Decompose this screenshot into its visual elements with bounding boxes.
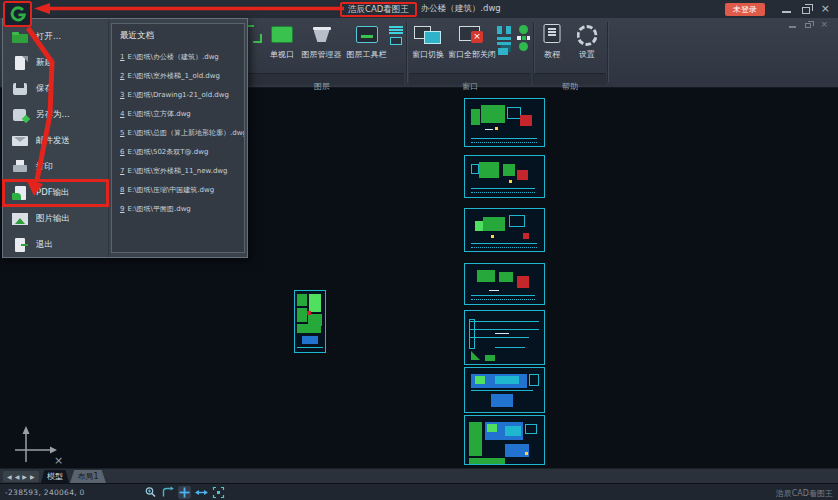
window-switch-icon [408,22,448,46]
cad-frame-2 [464,155,545,198]
app-menu-button[interactable] [3,1,32,27]
file-menu-panel: 打开... 新建 保存 另存为... 邮件发送 打印 PDF输出 [2,18,248,258]
ribbon-separator [607,22,608,82]
menu-item-image-export[interactable]: 图片输出 [3,206,108,232]
cad-frame-1 [464,98,545,147]
tile-horizontal-icon [497,37,511,45]
recent-file[interactable]: 5E:\图纸\总图（算上新地形轮廓）.dwg [112,123,244,142]
layer-bucket-icon [299,22,344,46]
ribbon-separator [406,22,407,82]
envelope-icon [12,134,29,148]
recent-file[interactable]: 7E:\图纸\室外楼梯_11_new.dwg [112,161,244,180]
menu-item-exit[interactable]: 退出 [3,232,108,258]
prev-tab-icon[interactable]: ◀ [15,471,20,482]
last-tab-icon[interactable]: ▶ [30,471,35,482]
green-badge-icon [519,25,528,34]
arrange-icon [517,36,530,40]
menu-item-save-as[interactable]: 另存为... [3,102,108,128]
status-bar: -238593, 240064, 0 [0,483,838,500]
doc-close-icon[interactable]: × [820,19,828,29]
ribbon-group-window: 窗口 [409,73,531,85]
doc-restore-icon[interactable] [805,23,811,28]
save-as-icon [12,108,29,122]
save-floppy-icon [12,82,29,96]
recent-file[interactable]: 1E:\图纸\办公楼（建筑）.dwg [112,47,244,66]
recent-documents-panel: 最近文档 1E:\图纸\办公楼（建筑）.dwg2E:\图纸\室外楼梯_1_old… [111,23,245,253]
green-badge-icon [519,42,528,51]
tile-vertical-icon [497,26,511,34]
cad-frame-4 [464,263,545,305]
layer-mini-tools[interactable] [389,24,403,46]
recent-file[interactable]: 9E:\图纸\平面图.dwg [112,199,244,218]
app-window: × 浩辰CAD看图王 办公楼（建筑）.dwg 未登录 × × 单视口 图层管理器 [0,0,838,500]
layer-list-icon [389,26,403,34]
pdf-export-icon [12,186,29,200]
menu-item-save[interactable]: 保存 [3,76,108,102]
gear-icon [569,22,605,46]
brand-watermark: 浩辰CAD看图王 [776,488,833,499]
window-title: 浩辰CAD看图王 办公楼（建筑）.dwg [340,1,501,17]
recent-file[interactable]: 6E:\图纸\502条双T@.dwg [112,142,244,161]
move-view-icon[interactable] [195,486,208,499]
new-file-icon [12,56,29,70]
layer-manager-button[interactable]: 图层管理器 [299,22,344,70]
login-button[interactable]: 未登录 [725,3,765,16]
cursor-coordinates: -238593, 240064, 0 [5,488,85,497]
tutorial-document-icon [535,22,569,46]
title-document-name: 办公楼（建筑）.dwg [421,3,501,15]
zoom-extents-icon[interactable] [212,486,225,499]
menu-item-print[interactable]: 打印 [3,154,108,180]
close-icon[interactable]: × [821,3,830,15]
viewport-icon [264,22,300,46]
restore-icon[interactable] [802,7,810,14]
cad-frame-6 [464,367,545,413]
ribbon-group-layer: 图层 [240,73,404,85]
close-all-windows-icon [447,22,497,46]
recent-file[interactable]: 4E:\图纸\立方体.dwg [112,104,244,123]
exit-icon [12,238,29,252]
svg-text:×: × [54,454,63,467]
settings-button[interactable]: 设置 [569,22,605,70]
ucs-axis-icon: × [10,422,66,468]
image-export-icon [12,212,29,226]
single-viewport-button[interactable]: 单视口 [264,22,300,70]
recent-documents-header: 最近文档 [112,24,244,47]
recent-file[interactable]: 3E:\图纸\Drawing1-21_old.dwg [112,85,244,104]
close-all-windows-button[interactable]: 窗口全部关闭 [447,22,497,70]
cad-frame-5 [464,310,545,365]
layer-window-icon [390,37,402,45]
layer-toolbar-button[interactable]: 图层工具栏 [344,22,389,70]
cad-frame-3 [464,208,545,252]
sync-buttons[interactable] [517,24,530,52]
tile-windows-buttons[interactable] [497,24,511,56]
minimize-icon[interactable] [782,11,791,13]
printer-icon [12,160,29,174]
tab-layout1[interactable]: 布局1 [70,470,106,483]
sheet-tabs-bar: ◀ ◀ ▶ ▶ 模型 布局1 [0,468,838,483]
menu-item-new[interactable]: 新建 [3,50,108,76]
menu-item-pdf-export[interactable]: PDF输出 [3,180,108,206]
recent-file[interactable]: 8E:\图纸\压缩\中国建筑.dwg [112,180,244,199]
menu-item-mail-send[interactable]: 邮件发送 [3,128,108,154]
menu-item-open[interactable]: 打开... [3,24,108,50]
previous-view-icon[interactable] [161,486,174,499]
cad-frame-7 [464,415,545,465]
open-folder-icon [12,30,29,44]
next-tab-icon[interactable]: ▶ [22,471,27,482]
tutorial-button[interactable]: 教程 [535,22,569,70]
tab-model[interactable]: 模型 [41,470,69,483]
window-switch-button[interactable]: 窗口切换 [408,22,448,70]
pan-tool-icon[interactable] [178,486,191,499]
tab-navigation[interactable]: ◀ ◀ ▶ ▶ [3,471,39,482]
title-bar: 浩辰CAD看图王 办公楼（建筑）.dwg 未登录 × [0,0,838,18]
title-app-name: 浩辰CAD看图王 [340,2,417,17]
gstar-logo-icon [9,5,27,23]
zoom-tool-icon[interactable] [144,486,157,499]
recent-file[interactable]: 2E:\图纸\室外楼梯_1_old.dwg [112,66,244,85]
layer-panel-icon [344,22,389,46]
first-tab-icon[interactable]: ◀ [7,471,12,482]
doc-minimize-icon[interactable] [789,26,796,28]
cascade-windows-icon [498,48,508,55]
ribbon-group-help: 帮助 [534,73,606,85]
cad-thumbnail-drawing [294,290,326,353]
